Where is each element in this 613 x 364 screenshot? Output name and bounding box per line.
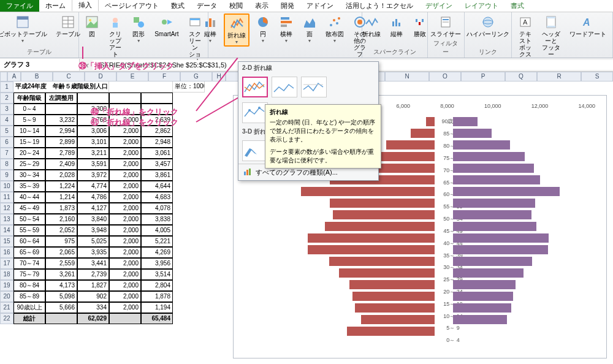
tab-file[interactable]: ファイル xyxy=(0,0,39,12)
cell[interactable]: 3,591 xyxy=(77,159,109,170)
cell[interactable]: 4,078 xyxy=(141,203,173,214)
cell[interactable]: 2,000 xyxy=(109,247,141,258)
column-header[interactable]: B xyxy=(21,72,53,82)
cell[interactable]: 4,683 xyxy=(141,192,173,203)
cell[interactable] xyxy=(109,313,141,324)
cell[interactable]: 25～29 xyxy=(13,159,45,170)
tab-data[interactable]: データ xyxy=(191,0,223,12)
hyperlink-button[interactable]: ハイパーリンク xyxy=(464,13,512,39)
cell[interactable]: 3,972 xyxy=(77,170,109,181)
cell[interactable]: 2,948 xyxy=(141,137,173,148)
cell[interactable]: 2,899 xyxy=(45,137,77,148)
chart-area-button[interactable]: 面▼ xyxy=(300,13,319,44)
column-header[interactable]: G xyxy=(180,72,212,82)
cell[interactable]: 2,000 xyxy=(109,192,141,203)
cell[interactable]: 60～64 xyxy=(13,236,45,247)
cell[interactable] xyxy=(77,93,109,104)
cell[interactable]: 45～49 xyxy=(13,203,45,214)
table-button[interactable]: テーブル xyxy=(53,13,83,39)
cell[interactable]: 3,101 xyxy=(77,137,109,148)
cell[interactable]: 3,861 xyxy=(141,170,173,181)
cell[interactable]: 3,211 xyxy=(77,148,109,159)
cell[interactable]: 2,000 xyxy=(109,214,141,225)
cell[interactable]: 85～89 xyxy=(13,291,45,302)
cell[interactable] xyxy=(141,93,173,104)
cell[interactable]: 5,666 xyxy=(45,302,77,313)
cell[interactable]: 3,514 xyxy=(141,269,173,280)
cell[interactable]: 2,000 xyxy=(109,159,141,170)
column-header[interactable]: A xyxy=(7,72,21,82)
cell[interactable]: 65,484 xyxy=(141,313,173,324)
cell[interactable]: 2,065 xyxy=(45,247,77,258)
column-header[interactable]: F xyxy=(148,72,180,82)
smartart-button[interactable]: SmartArt xyxy=(152,13,181,39)
linechart-type-stacked[interactable] xyxy=(272,77,297,97)
cell[interactable]: 2,000 xyxy=(109,291,141,302)
cell[interactable]: 平成24年度 年齢５歳階級別人口 xyxy=(13,82,109,93)
cell[interactable]: 2,000 xyxy=(109,258,141,269)
cell[interactable]: 2,559 xyxy=(45,258,77,269)
column-header[interactable]: E xyxy=(116,72,148,82)
wordart-button[interactable]: Aワードアート xyxy=(567,13,609,39)
cell[interactable]: 80～84 xyxy=(13,280,45,291)
row-header[interactable]: 17 xyxy=(0,258,13,269)
cell[interactable]: 75～79 xyxy=(13,269,45,280)
cell[interactable]: 2,804 xyxy=(141,280,173,291)
cell[interactable]: 90歳以上 xyxy=(13,302,45,313)
cell[interactable]: 3,956 xyxy=(141,258,173,269)
cell[interactable]: 35～39 xyxy=(13,181,45,192)
row-header[interactable]: 6 xyxy=(0,137,13,148)
cell[interactable]: 2,000 xyxy=(109,236,141,247)
cell[interactable]: 5,221 xyxy=(141,236,173,247)
row-header[interactable]: 21 xyxy=(0,302,13,313)
cell[interactable]: 4,127 xyxy=(77,203,109,214)
cell[interactable]: 4,774 xyxy=(77,181,109,192)
linechart-type-basic[interactable] xyxy=(242,77,268,97)
name-box[interactable]: グラフ 3 xyxy=(0,59,80,70)
column-header[interactable]: P xyxy=(461,72,505,82)
cell[interactable]: 1,194 xyxy=(141,302,173,313)
row-header[interactable]: 14 xyxy=(0,225,13,236)
row-header[interactable]: 8 xyxy=(0,159,13,170)
linechart-type-markers[interactable] xyxy=(242,102,268,123)
row-header[interactable]: 20 xyxy=(0,291,13,302)
cell[interactable]: 3,061 xyxy=(141,148,173,159)
column-header[interactable]: Q xyxy=(505,72,537,82)
cell[interactable]: 3,935 xyxy=(77,247,109,258)
cell[interactable]: 2,160 xyxy=(45,214,77,225)
slicer-button[interactable]: スライサー xyxy=(428,13,463,39)
row-header[interactable]: 3 xyxy=(0,104,13,115)
cell[interactable]: 1,224 xyxy=(45,181,77,192)
picture-button[interactable]: 図 xyxy=(82,13,102,39)
cell[interactable]: 3,838 xyxy=(141,214,173,225)
cell[interactable]: 2,739 xyxy=(77,269,109,280)
cell[interactable]: 総計 xyxy=(13,313,45,324)
cell[interactable]: 2,000 xyxy=(109,269,141,280)
cell[interactable]: 5～9 xyxy=(13,115,45,126)
linechart-type-3d[interactable] xyxy=(242,140,268,161)
row-header[interactable]: 19 xyxy=(0,280,13,291)
cell[interactable]: 2,409 xyxy=(45,159,77,170)
cell[interactable]: 2,052 xyxy=(45,225,77,236)
cell[interactable]: 3,840 xyxy=(77,214,109,225)
cell[interactable]: 単位：1000人 xyxy=(173,82,205,93)
sparkline-winloss-button[interactable]: 勝敗 xyxy=(410,13,430,39)
shapes-button[interactable]: 図形▼ xyxy=(129,13,148,44)
cell[interactable]: 50～54 xyxy=(13,214,45,225)
cell[interactable]: 15～19 xyxy=(13,137,45,148)
tab-dev[interactable]: 開発 xyxy=(275,0,300,12)
cell[interactable] xyxy=(109,93,141,104)
tab-review[interactable]: 校閲 xyxy=(223,0,249,12)
chart-line-button[interactable]: 折れ線▼ xyxy=(224,13,249,47)
clipart-button[interactable]: クリップ アート xyxy=(105,13,125,59)
tab-formulas[interactable]: 数式 xyxy=(165,0,191,12)
column-header[interactable]: R xyxy=(537,72,581,82)
cell[interactable]: 4,786 xyxy=(77,192,109,203)
cell[interactable] xyxy=(45,313,77,324)
tab-format[interactable]: 書式 xyxy=(504,0,530,12)
cell[interactable]: 2,000 xyxy=(109,170,141,181)
row-header[interactable]: 7 xyxy=(0,148,13,159)
cell[interactable]: 左調整用 xyxy=(45,93,77,104)
linechart-type-100stacked[interactable] xyxy=(301,77,327,97)
cell[interactable]: 3,457 xyxy=(141,159,173,170)
